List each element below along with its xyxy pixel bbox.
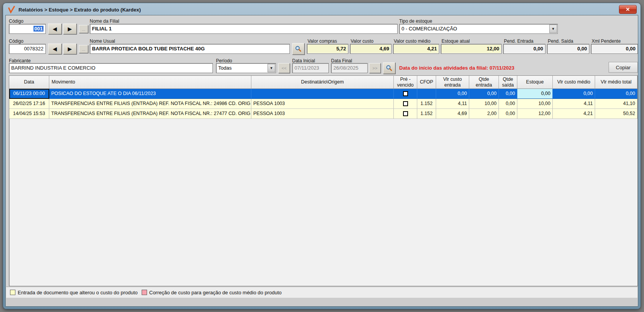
periodo-next-button[interactable]: >> xyxy=(369,63,381,73)
title-bar[interactable]: Relatórios > Estoque > Extrato do produt… xyxy=(5,4,638,15)
cell-qtde-saida[interactable]: 0,00 xyxy=(499,99,517,109)
pre-vencido-checkbox[interactable] xyxy=(403,91,408,96)
chevron-down-icon[interactable]: ▼ xyxy=(549,25,557,33)
legend-yellow-swatch xyxy=(10,290,15,295)
produto-search-button[interactable] xyxy=(292,43,304,55)
cell-cfop[interactable] xyxy=(417,89,436,99)
cell-destinatario[interactable]: PESSOA 1003 xyxy=(251,99,394,109)
data-final-label: Data Final xyxy=(331,58,352,63)
legend-bar: Entrada de documento que alterou o custo… xyxy=(6,287,637,298)
cell-cfop[interactable]: 1.152 xyxy=(417,109,436,119)
window-body: Código 001 ◀ ▶ ... Nome da Filial FILIAL… xyxy=(5,15,638,307)
pend-saida-label: Pend. Saída xyxy=(548,38,573,44)
kardex-grid: Data Movimento Destinatário\Origem Pré -… xyxy=(9,75,638,286)
cell-movimento[interactable]: POSICAO DO ESTOQUE ATE O DIA 06/11/2023 xyxy=(49,89,251,99)
produto-next-button[interactable]: ▶ xyxy=(63,43,77,54)
col-header-pre-vencido[interactable]: Pré - vencido xyxy=(394,76,417,89)
filial-codigo-value: 001 xyxy=(33,26,43,32)
xml-pendente-label: Xml Pendente xyxy=(592,38,621,44)
cell-qtde-saida[interactable]: 0,00 xyxy=(499,89,517,99)
cell-data[interactable]: 26/02/25 17:16 xyxy=(9,99,49,109)
grid-header-row: Data Movimento Destinatário\Origem Pré -… xyxy=(9,76,637,89)
search-icon xyxy=(386,65,393,72)
periodo-label: Período xyxy=(216,58,232,63)
tipo-estoque-select[interactable]: 0 - COMERCIALIZAÇÃO▼ xyxy=(399,24,558,34)
col-header-destinatario[interactable]: Destinatário\Origem xyxy=(251,76,394,89)
arrow-right-icon: ▶ xyxy=(68,26,72,32)
data-final-input[interactable]: 26/08/2025 xyxy=(331,63,368,73)
filial-lookup-button[interactable]: ... xyxy=(79,25,88,33)
col-header-qtde-entrada[interactable]: Qtde entrada xyxy=(469,76,499,89)
cell-movimento[interactable]: TRANSFERENCIAS ENTRE FILIAIS (ENTRADA) R… xyxy=(49,99,251,109)
produto-prev-button[interactable]: ◀ xyxy=(48,43,62,54)
periodo-select[interactable]: Todas▼ xyxy=(216,63,276,73)
cell-vlr-custo-medio[interactable]: 4,11 xyxy=(553,99,595,109)
periodo-prev-button[interactable]: << xyxy=(278,63,290,73)
arrow-left-icon: ◀ xyxy=(53,46,57,52)
cell-data[interactable]: 06/11/23 00:00 xyxy=(9,89,49,99)
filial-codigo-input[interactable]: 001 xyxy=(9,24,46,34)
cell-destinatario[interactable]: PESSOA 1003 xyxy=(251,109,394,119)
col-header-estoque[interactable]: Estoque xyxy=(517,76,553,89)
cell-vlr-medio-total[interactable]: 41,10 xyxy=(595,99,637,109)
cell-vlr-medio-total[interactable]: 50,52 xyxy=(595,109,637,119)
cell-vlr-medio-total[interactable]: 0,00 xyxy=(595,89,637,99)
col-header-vlr-custo-medio[interactable]: Vlr custo médio xyxy=(553,76,595,89)
filial-next-button[interactable]: ▶ xyxy=(63,23,77,34)
pre-vencido-checkbox[interactable] xyxy=(403,101,408,106)
double-chevron-right-icon: >> xyxy=(373,66,378,70)
arrow-left-icon: ◀ xyxy=(53,26,57,32)
col-header-qtde-saida[interactable]: Qtde saída xyxy=(499,76,517,89)
estoque-atual-field: 12,00 xyxy=(441,44,502,54)
tipo-estoque-label: Tipo de estoque xyxy=(399,18,432,24)
col-header-movimento[interactable]: Movimento xyxy=(49,76,251,89)
data-inicial-input[interactable]: 07/11/2023 xyxy=(292,63,329,73)
cell-estoque[interactable]: 12,00 xyxy=(517,109,553,119)
cell-vlr-custo-entrada[interactable]: 0,00 xyxy=(436,89,469,99)
cell-qtde-entrada[interactable]: 2,00 xyxy=(469,109,499,119)
cell-qtde-entrada[interactable]: 0,00 xyxy=(469,89,499,99)
table-row[interactable]: 06/11/23 00:00 POSICAO DO ESTOQUE ATE O … xyxy=(9,89,637,99)
cell-estoque[interactable]: 10,00 xyxy=(517,99,553,109)
cell-vlr-custo-entrada[interactable]: 4,11 xyxy=(436,99,469,109)
produto-codigo-input[interactable]: 0078322 xyxy=(9,44,46,54)
double-chevron-left-icon: << xyxy=(282,66,287,70)
cell-movimento[interactable]: TRANSFERENCIAS ENTRE FILIAIS (ENTRADA) R… xyxy=(49,109,251,119)
cell-qtde-entrada[interactable]: 10,00 xyxy=(469,99,499,109)
close-button[interactable]: ✕ xyxy=(619,5,637,14)
copiar-button[interactable]: Copiar xyxy=(609,62,638,73)
cell-vlr-custo-medio[interactable]: 0,00 xyxy=(553,89,595,99)
cell-destinatario[interactable] xyxy=(251,89,394,99)
produto-nome-input[interactable]: BARRA PROTEICA BOLD TUBE PISTACHE 40G xyxy=(90,44,290,54)
col-header-cfop[interactable]: CFOP xyxy=(417,76,436,89)
ellipsis-icon: ... xyxy=(82,27,85,32)
filtro-search-button[interactable] xyxy=(383,62,395,74)
legend-item-correcao: Correção de custo para geração de custo … xyxy=(142,290,282,295)
cell-vlr-custo-medio[interactable]: 4,21 xyxy=(553,109,595,119)
cell-qtde-saida[interactable]: 0,00 xyxy=(499,109,517,119)
col-header-vlr-medio-total[interactable]: Vlr médio total xyxy=(595,76,637,89)
cell-estoque[interactable]: 0,00 xyxy=(517,89,553,99)
fabricante-input[interactable]: BARRIND INDUSTRIA E COMERCIO xyxy=(9,63,213,73)
cell-data[interactable]: 14/04/25 15:53 xyxy=(9,109,49,119)
window-title: Relatórios > Estoque > Extrato do produt… xyxy=(18,7,141,13)
cell-pre-vencido[interactable] xyxy=(394,109,417,119)
col-header-vlr-custo-entrada[interactable]: Vlr custo entrada xyxy=(436,76,469,89)
cell-pre-vencido[interactable] xyxy=(394,99,417,109)
cell-cfop[interactable]: 1.152 xyxy=(417,99,436,109)
data-inicial-label: Data Inicial xyxy=(292,58,315,63)
table-row[interactable]: 26/02/25 17:16 TRANSFERENCIAS ENTRE FILI… xyxy=(9,99,637,109)
valor-compras-label: Valor compras xyxy=(308,38,337,44)
filial-nome-input[interactable]: FILIAL 1 xyxy=(90,24,398,34)
tipo-estoque-value: 0 - COMERCIALIZAÇÃO xyxy=(401,26,457,32)
legend-item-entrada: Entrada de documento que alterou o custo… xyxy=(10,290,138,295)
cell-pre-vencido[interactable] xyxy=(394,89,417,99)
table-row[interactable]: 14/04/25 15:53 TRANSFERENCIAS ENTRE FILI… xyxy=(9,109,637,119)
periodo-value: Todas xyxy=(218,65,232,71)
produto-lookup-button[interactable]: ... xyxy=(79,45,88,53)
cell-vlr-custo-entrada[interactable]: 4,69 xyxy=(436,109,469,119)
chevron-down-icon[interactable]: ▼ xyxy=(268,64,275,72)
pre-vencido-checkbox[interactable] xyxy=(403,111,408,116)
col-header-data[interactable]: Data xyxy=(9,76,49,89)
filial-prev-button[interactable]: ◀ xyxy=(48,23,62,34)
